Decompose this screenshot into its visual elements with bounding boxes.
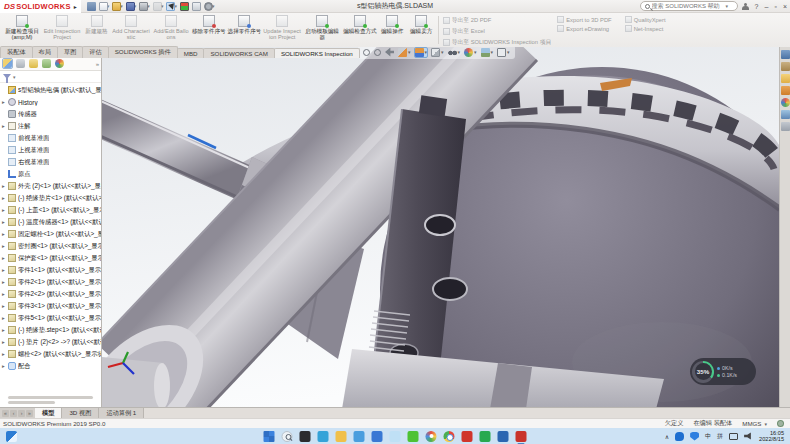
file-properties-icon[interactable] bbox=[192, 2, 201, 11]
ime-mode[interactable]: 拼 bbox=[717, 432, 723, 441]
tree-item[interactable]: ▸ 螺栓<2> (默认<<默认>_显示状态 bbox=[0, 348, 101, 360]
tree-item[interactable]: ▸ 传感器 bbox=[0, 108, 101, 120]
toolbox-icon[interactable] bbox=[781, 86, 790, 95]
tree-item[interactable]: ▸ s型铝轴热电偶 (默认<默认_显示状态-1 bbox=[0, 84, 101, 96]
custom-properties-icon[interactable] bbox=[781, 122, 790, 131]
rebuild-icon[interactable] bbox=[180, 2, 189, 11]
close-button[interactable]: × bbox=[783, 3, 787, 10]
propertymanager-tab[interactable] bbox=[15, 58, 26, 69]
weather-icon[interactable] bbox=[390, 431, 401, 442]
ribbon-button[interactable]: 编辑卖方 bbox=[407, 14, 436, 46]
display-device-icon[interactable] bbox=[729, 433, 738, 440]
tree-item[interactable]: ▸ 固定螺栓<1> (默认<<默认>_显示 bbox=[0, 228, 101, 240]
file-explorer-icon[interactable] bbox=[336, 431, 347, 442]
tree-item[interactable]: ▸ 零件5<1> (默认<<默认>_显示状态 bbox=[0, 312, 101, 324]
commandmanager-tab[interactable]: 布局 bbox=[32, 46, 58, 58]
net-speed-monitor[interactable]: 35% 0K/s 0.1K/s bbox=[690, 358, 756, 385]
hud-button[interactable]: ▾ bbox=[397, 47, 412, 58]
export-button[interactable]: Net-Inspect bbox=[623, 25, 668, 32]
file-explorer-icon[interactable] bbox=[781, 74, 790, 83]
ribbon-button[interactable]: Update Inspection Project bbox=[262, 14, 302, 46]
solidworks-app-icon[interactable] bbox=[516, 431, 527, 442]
tree-item[interactable]: ▸ History bbox=[0, 96, 101, 108]
options-icon[interactable] bbox=[204, 2, 213, 11]
export-button[interactable]: Export eDrawing bbox=[555, 25, 613, 32]
tree-scrollbar[interactable] bbox=[0, 393, 101, 407]
save-icon[interactable] bbox=[126, 2, 135, 11]
tree-item[interactable]: ▸ (-) 上盖<1> (默认<<默认>_显示状 bbox=[0, 204, 101, 216]
hud-button[interactable]: ▾ bbox=[463, 47, 478, 58]
start-button[interactable] bbox=[264, 431, 275, 442]
search-button[interactable] bbox=[282, 431, 293, 442]
commandmanager-tab[interactable]: 装配体 bbox=[0, 46, 33, 58]
tree-item[interactable]: ▸ 外壳 (2)<1> (默认<<默认>_显示状 bbox=[0, 180, 101, 192]
export-button[interactable]: 导出至 Excel bbox=[441, 27, 554, 36]
mail-icon[interactable] bbox=[354, 431, 365, 442]
tree-item[interactable]: ▸ 上视基准面 bbox=[0, 144, 101, 156]
microsoft-store-icon[interactable] bbox=[372, 431, 383, 442]
wechat-icon[interactable] bbox=[408, 431, 419, 442]
print-icon[interactable] bbox=[139, 2, 148, 11]
speaker-icon[interactable] bbox=[744, 432, 753, 440]
widgets-icon[interactable] bbox=[6, 431, 17, 442]
minimize-button[interactable]: – bbox=[765, 3, 769, 10]
hud-button[interactable]: ▾ bbox=[480, 47, 495, 58]
ribbon-button[interactable]: 移除零件序号 bbox=[191, 14, 227, 46]
tab-nav-arrow[interactable]: « bbox=[2, 410, 9, 417]
taskbar-clock[interactable]: 16:05 2022/8/15 bbox=[759, 430, 784, 443]
units-selector[interactable]: MMGS bbox=[742, 420, 761, 427]
welcome-home-icon[interactable] bbox=[87, 2, 96, 11]
document-tab[interactable]: 3D 视图 bbox=[62, 408, 99, 418]
tab-nav-arrow[interactable]: › bbox=[18, 410, 25, 417]
tree-item[interactable]: ▸ (-) 绝缘垫.step<1> (默认<<默认> bbox=[0, 324, 101, 336]
browser-360-icon[interactable] bbox=[426, 431, 437, 442]
status-options-icon[interactable] bbox=[777, 420, 784, 427]
configurationmanager-tab[interactable] bbox=[28, 58, 39, 69]
displaymanager-tab[interactable] bbox=[54, 58, 65, 69]
appearances-icon[interactable] bbox=[781, 98, 790, 107]
chrome-icon[interactable] bbox=[444, 431, 455, 442]
hud-button[interactable] bbox=[373, 48, 382, 57]
search-input[interactable] bbox=[652, 3, 724, 9]
export-button[interactable]: 导出至 SOLIDWORKS Inspection 项目 bbox=[441, 38, 554, 47]
ribbon-button[interactable]: Edit Inspection Project bbox=[42, 14, 82, 46]
tray-chevron-icon[interactable]: ∧ bbox=[665, 433, 669, 440]
design-library-icon[interactable] bbox=[781, 62, 790, 71]
commandmanager-tab[interactable]: 评估 bbox=[82, 46, 108, 58]
dimxpertmanager-tab[interactable] bbox=[41, 58, 52, 69]
tree-item[interactable]: ▸ 原点 bbox=[0, 168, 101, 180]
ribbon-button[interactable]: Add Characteristic bbox=[111, 14, 151, 46]
select-icon[interactable] bbox=[166, 2, 175, 11]
hud-button[interactable]: ▾ bbox=[496, 47, 511, 58]
tree-item[interactable]: ▸ 配合 bbox=[0, 360, 101, 372]
tree-item[interactable]: ▸ 零件1<1> (默认<<默认>_显示状态 bbox=[0, 264, 101, 276]
tree-item[interactable]: ▸ 零件2<1> (默认<<默认>_显示状态 bbox=[0, 276, 101, 288]
view-palette-icon[interactable] bbox=[781, 110, 790, 119]
ime-language[interactable]: 中 bbox=[705, 432, 711, 441]
hud-button[interactable]: ▾ bbox=[430, 47, 445, 58]
hud-button[interactable] bbox=[362, 48, 371, 57]
open-icon[interactable] bbox=[112, 2, 121, 11]
document-tab[interactable]: 运动算例 1 bbox=[99, 408, 144, 418]
security-shield-icon[interactable] bbox=[690, 432, 699, 441]
hud-button[interactable] bbox=[384, 47, 395, 58]
tree-item[interactable]: ▸ 前视基准面 bbox=[0, 132, 101, 144]
ribbon-button[interactable]: 启动模板编辑器 bbox=[302, 14, 342, 46]
ribbon-button[interactable]: Add/Edit Balloons bbox=[151, 14, 191, 46]
tree-item[interactable]: ▸ 注解 bbox=[0, 120, 101, 132]
undo-icon[interactable] bbox=[153, 2, 162, 11]
solidworks-resources-icon[interactable] bbox=[781, 50, 790, 59]
commandmanager-tab[interactable]: SOLIDWORKS Inspection bbox=[274, 48, 360, 58]
tree-item[interactable]: ▸ 保护套<1> (默认<<默认>_显示状态 bbox=[0, 252, 101, 264]
edge-icon[interactable] bbox=[318, 431, 329, 442]
green-app-icon[interactable] bbox=[480, 431, 491, 442]
ribbon-button[interactable]: 编辑操作 bbox=[378, 14, 407, 46]
menu-flyout-arrow-icon[interactable]: ▸ bbox=[74, 3, 77, 10]
tree-item[interactable]: ▸ 零件3<1> (默认<<默认>_显示状态 bbox=[0, 300, 101, 312]
featuremanager-tab[interactable] bbox=[2, 58, 13, 69]
hud-button[interactable]: ▾ bbox=[447, 47, 462, 58]
tree-item[interactable]: ▸ 右视基准面 bbox=[0, 156, 101, 168]
tree-item[interactable]: ▸ (-) 绝缘垫片<1> (默认<<默认>_显 bbox=[0, 192, 101, 204]
tree-item[interactable]: ▸ 零件2<2> (默认<<默认>_显示状态 bbox=[0, 288, 101, 300]
help-button[interactable]: ? bbox=[755, 3, 759, 10]
